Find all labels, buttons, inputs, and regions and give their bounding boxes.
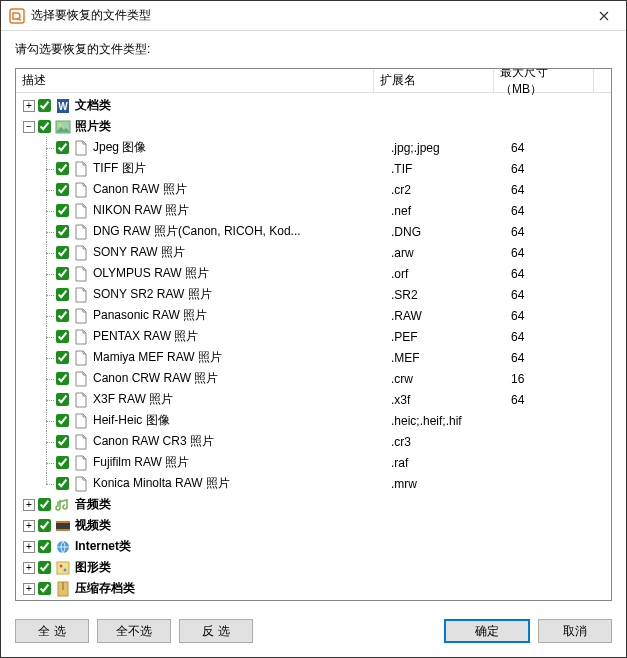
expander-video[interactable]: +	[20, 515, 38, 536]
file-checkbox[interactable]	[56, 372, 69, 385]
expander-archive[interactable]: +	[20, 578, 38, 599]
file-type-row[interactable]: NIKON RAW 照片.nef64	[16, 200, 611, 221]
file-size: 64	[511, 330, 611, 344]
file-checkbox[interactable]	[56, 477, 69, 490]
category-row-photos[interactable]: −照片类	[16, 116, 611, 137]
tree-line	[38, 284, 56, 305]
select-none-button[interactable]: 全不选	[97, 619, 171, 643]
expander-audio[interactable]: +	[20, 494, 38, 515]
file-ext: .TIF	[391, 162, 511, 176]
file-ext: .RAW	[391, 309, 511, 323]
file-icon	[73, 224, 89, 240]
file-type-row[interactable]: OLYMPUS RAW 照片.orf64	[16, 263, 611, 284]
category-row-docs[interactable]: +W文档类	[16, 95, 611, 116]
category-row-internet[interactable]: +Internet类	[16, 536, 611, 557]
tree-line	[38, 431, 56, 452]
select-all-button[interactable]: 全 选	[15, 619, 89, 643]
file-size: 64	[511, 204, 611, 218]
file-icon	[73, 161, 89, 177]
column-ext[interactable]: 扩展名	[374, 69, 494, 92]
checkbox-video[interactable]	[38, 519, 51, 532]
file-checkbox[interactable]	[56, 204, 69, 217]
tree-line	[38, 410, 56, 431]
svg-rect-9	[57, 562, 69, 574]
file-label: PENTAX RAW 照片	[93, 328, 391, 345]
checkbox-audio[interactable]	[38, 498, 51, 511]
file-type-row[interactable]: SONY RAW 照片.arw64	[16, 242, 611, 263]
checkbox-internet[interactable]	[38, 540, 51, 553]
close-button[interactable]	[582, 1, 626, 31]
expander-photos[interactable]: −	[20, 116, 38, 137]
file-icon	[73, 476, 89, 492]
svg-rect-7	[56, 529, 70, 531]
file-checkbox[interactable]	[56, 246, 69, 259]
file-type-row[interactable]: Canon RAW CR3 照片.cr3	[16, 431, 611, 452]
file-type-row[interactable]: SONY SR2 RAW 照片.SR264	[16, 284, 611, 305]
file-type-row[interactable]: Fujifilm RAW 照片.raf	[16, 452, 611, 473]
file-checkbox[interactable]	[56, 330, 69, 343]
file-icon	[73, 371, 89, 387]
file-ext: .arw	[391, 246, 511, 260]
file-checkbox[interactable]	[56, 393, 69, 406]
file-type-row[interactable]: Jpeg 图像.jpg;.jpeg64	[16, 137, 611, 158]
footer: 全 选 全不选 反 选 确定 取消	[1, 611, 626, 657]
file-checkbox[interactable]	[56, 351, 69, 364]
file-checkbox[interactable]	[56, 456, 69, 469]
file-checkbox[interactable]	[56, 288, 69, 301]
checkbox-docs[interactable]	[38, 99, 51, 112]
file-checkbox[interactable]	[56, 414, 69, 427]
docs-icon: W	[55, 98, 71, 114]
file-checkbox[interactable]	[56, 183, 69, 196]
file-type-row[interactable]: DNG RAW 照片(Canon, RICOH, Kod....DNG64	[16, 221, 611, 242]
column-size[interactable]: 最大尺寸（MB）	[494, 69, 594, 92]
expander-internet[interactable]: +	[20, 536, 38, 557]
file-ext: .cr3	[391, 435, 511, 449]
category-row-video[interactable]: +视频类	[16, 515, 611, 536]
file-checkbox[interactable]	[56, 309, 69, 322]
tree-line	[38, 200, 56, 221]
category-row-archive[interactable]: +压缩存档类	[16, 578, 611, 599]
file-label: NIKON RAW 照片	[93, 202, 391, 219]
file-checkbox[interactable]	[56, 435, 69, 448]
tree-body[interactable]: +W文档类−照片类Jpeg 图像.jpg;.jpeg64TIFF 图片.TIF6…	[16, 93, 611, 600]
checkbox-archive[interactable]	[38, 582, 51, 595]
invert-button[interactable]: 反 选	[179, 619, 253, 643]
ok-button[interactable]: 确定	[444, 619, 530, 643]
file-ext: .jpg;.jpeg	[391, 141, 511, 155]
svg-point-4	[59, 123, 62, 126]
file-type-row[interactable]: Canon RAW 照片.cr264	[16, 179, 611, 200]
category-row-graphics[interactable]: +图形类	[16, 557, 611, 578]
file-label: Panasonic RAW 照片	[93, 307, 391, 324]
checkbox-graphics[interactable]	[38, 561, 51, 574]
file-icon	[73, 413, 89, 429]
checkbox-photos[interactable]	[38, 120, 51, 133]
file-type-row[interactable]: Konica Minolta RAW 照片.mrw	[16, 473, 611, 494]
tree-line	[38, 473, 56, 494]
file-type-row[interactable]: PENTAX RAW 照片.PEF64	[16, 326, 611, 347]
file-checkbox[interactable]	[56, 141, 69, 154]
category-row-audio[interactable]: +音频类	[16, 494, 611, 515]
file-type-row[interactable]: Canon CRW RAW 照片.crw16	[16, 368, 611, 389]
graphics-icon	[55, 560, 71, 576]
file-type-row[interactable]: TIFF 图片.TIF64	[16, 158, 611, 179]
column-desc[interactable]: 描述	[16, 69, 374, 92]
file-label: X3F RAW 照片	[93, 391, 391, 408]
expander-graphics[interactable]: +	[20, 557, 38, 578]
file-type-row[interactable]: Heif-Heic 图像.heic;.heif;.hif	[16, 410, 611, 431]
file-size: 64	[511, 309, 611, 323]
audio-icon	[55, 497, 71, 513]
file-size: 64	[511, 225, 611, 239]
expander-docs[interactable]: +	[20, 95, 38, 116]
file-type-row[interactable]: Mamiya MEF RAW 照片.MEF64	[16, 347, 611, 368]
file-type-row[interactable]: X3F RAW 照片.x3f64	[16, 389, 611, 410]
file-ext: .raf	[391, 456, 511, 470]
file-checkbox[interactable]	[56, 225, 69, 238]
file-checkbox[interactable]	[56, 162, 69, 175]
cancel-button[interactable]: 取消	[538, 619, 612, 643]
tree-line	[38, 452, 56, 473]
expander-mail[interactable]: +	[20, 599, 38, 600]
tree-line	[38, 221, 56, 242]
category-row-mail[interactable]: +邮件类	[16, 599, 611, 600]
file-type-row[interactable]: Panasonic RAW 照片.RAW64	[16, 305, 611, 326]
file-checkbox[interactable]	[56, 267, 69, 280]
